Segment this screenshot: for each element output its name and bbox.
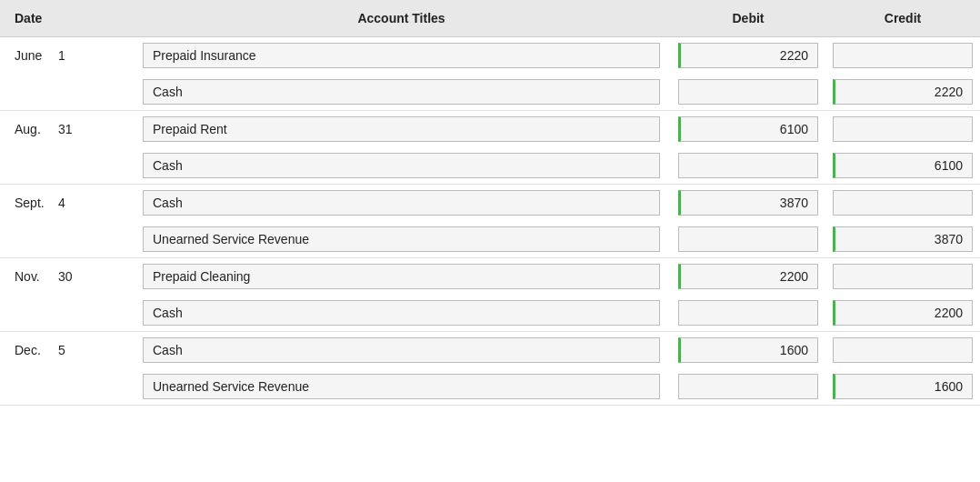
credit-cell-nov30-0: [825, 264, 980, 289]
account-input-sept4-0[interactable]: [143, 190, 660, 216]
entry-group-nov30: Nov.30: [0, 258, 980, 332]
entry-row-nov30-0: Nov.30: [0, 258, 980, 295]
debit-cell-june1-1: [671, 79, 825, 105]
entry-row-june1-1: [0, 74, 980, 110]
account-input-nov30-0[interactable]: [143, 264, 660, 289]
account-cell-nov30-1: [132, 300, 671, 326]
account-cell-nov30-0: [132, 264, 671, 289]
account-input-dec5-0[interactable]: [143, 337, 660, 363]
account-cell-dec5-0: [132, 337, 671, 363]
entry-row-june1-0: June1: [0, 37, 980, 74]
account-input-aug31-1[interactable]: [143, 153, 660, 178]
entry-row-dec5-1: [0, 368, 980, 405]
date-cell-dec5-0: Dec.5: [0, 343, 132, 357]
debit-cell-sept4-0: [671, 190, 825, 216]
credit-input-nov30-1[interactable]: [833, 300, 973, 326]
credit-input-dec5-0[interactable]: [833, 337, 973, 363]
credit-input-dec5-1[interactable]: [833, 374, 973, 399]
credit-cell-aug31-0: [825, 116, 980, 142]
account-cell-june1-0: [132, 43, 671, 68]
entry-group-june1: June1: [0, 37, 980, 111]
account-cell-sept4-1: [132, 226, 671, 252]
journal-table: Date Account Titles Debit Credit June1Au…: [0, 0, 980, 482]
credit-input-june1-0[interactable]: [833, 43, 973, 68]
debit-input-june1-1[interactable]: [678, 79, 818, 105]
credit-cell-june1-0: [825, 43, 980, 68]
date-cell-nov30-0: Nov.30: [0, 269, 132, 284]
credit-cell-nov30-1: [825, 300, 980, 326]
entry-row-sept4-1: [0, 221, 980, 257]
credit-input-aug31-0[interactable]: [833, 116, 973, 142]
account-input-june1-0[interactable]: [143, 43, 660, 68]
date-month-dec5: Dec.: [15, 343, 51, 357]
date-cell-sept4-0: Sept.4: [0, 196, 132, 210]
entry-row-aug31-0: Aug.31: [0, 111, 980, 147]
debit-input-dec5-1[interactable]: [678, 374, 818, 399]
account-input-sept4-1[interactable]: [143, 226, 660, 252]
account-cell-sept4-0: [132, 190, 671, 216]
debit-cell-dec5-0: [671, 337, 825, 363]
date-month-aug31: Aug.: [15, 122, 51, 136]
debit-cell-june1-0: [671, 43, 825, 68]
header-credit: Credit: [825, 7, 980, 29]
header-date: Date: [0, 7, 132, 29]
credit-input-nov30-0[interactable]: [833, 264, 973, 289]
entries-container: June1Aug.31Sept.4Nov.30Dec.5: [0, 37, 980, 406]
date-day-june1: 1: [58, 48, 76, 63]
date-month-nov30: Nov.: [15, 269, 51, 284]
account-cell-aug31-0: [132, 116, 671, 142]
debit-input-nov30-0[interactable]: [678, 264, 818, 289]
account-input-aug31-0[interactable]: [143, 116, 660, 142]
date-day-nov30: 30: [58, 269, 76, 284]
debit-cell-sept4-1: [671, 226, 825, 252]
account-cell-aug31-1: [132, 153, 671, 178]
debit-input-nov30-1[interactable]: [678, 300, 818, 326]
credit-input-june1-1[interactable]: [833, 79, 973, 105]
header-account-titles: Account Titles: [132, 7, 671, 29]
credit-cell-dec5-0: [825, 337, 980, 363]
date-month-sept4: Sept.: [15, 196, 51, 210]
debit-input-sept4-1[interactable]: [678, 226, 818, 252]
credit-cell-sept4-0: [825, 190, 980, 216]
debit-cell-nov30-1: [671, 300, 825, 326]
account-input-june1-1[interactable]: [143, 79, 660, 105]
debit-cell-aug31-1: [671, 153, 825, 178]
header-debit: Debit: [671, 7, 825, 29]
credit-cell-sept4-1: [825, 226, 980, 252]
credit-input-sept4-1[interactable]: [833, 226, 973, 252]
debit-input-dec5-0[interactable]: [678, 337, 818, 363]
credit-input-aug31-1[interactable]: [833, 153, 973, 178]
credit-cell-june1-1: [825, 79, 980, 105]
debit-input-june1-0[interactable]: [678, 43, 818, 68]
debit-input-sept4-0[interactable]: [678, 190, 818, 216]
date-day-aug31: 31: [58, 122, 76, 136]
entry-group-dec5: Dec.5: [0, 332, 980, 406]
date-day-dec5: 5: [58, 343, 76, 357]
date-cell-june1-0: June1: [0, 48, 132, 63]
debit-cell-nov30-0: [671, 264, 825, 289]
debit-cell-dec5-1: [671, 374, 825, 399]
entry-row-dec5-0: Dec.5: [0, 332, 980, 368]
account-input-nov30-1[interactable]: [143, 300, 660, 326]
table-header: Date Account Titles Debit Credit: [0, 0, 980, 37]
entry-group-sept4: Sept.4: [0, 185, 980, 258]
date-month-june1: June: [15, 48, 51, 63]
entry-row-aug31-1: [0, 147, 980, 184]
account-input-dec5-1[interactable]: [143, 374, 660, 399]
debit-input-aug31-1[interactable]: [678, 153, 818, 178]
account-cell-dec5-1: [132, 374, 671, 399]
credit-input-sept4-0[interactable]: [833, 190, 973, 216]
debit-input-aug31-0[interactable]: [678, 116, 818, 142]
entry-group-aug31: Aug.31: [0, 111, 980, 185]
date-day-sept4: 4: [58, 196, 76, 210]
entry-row-sept4-0: Sept.4: [0, 185, 980, 221]
credit-cell-dec5-1: [825, 374, 980, 399]
date-cell-aug31-0: Aug.31: [0, 122, 132, 136]
entry-row-nov30-1: [0, 295, 980, 331]
account-cell-june1-1: [132, 79, 671, 105]
credit-cell-aug31-1: [825, 153, 980, 178]
debit-cell-aug31-0: [671, 116, 825, 142]
